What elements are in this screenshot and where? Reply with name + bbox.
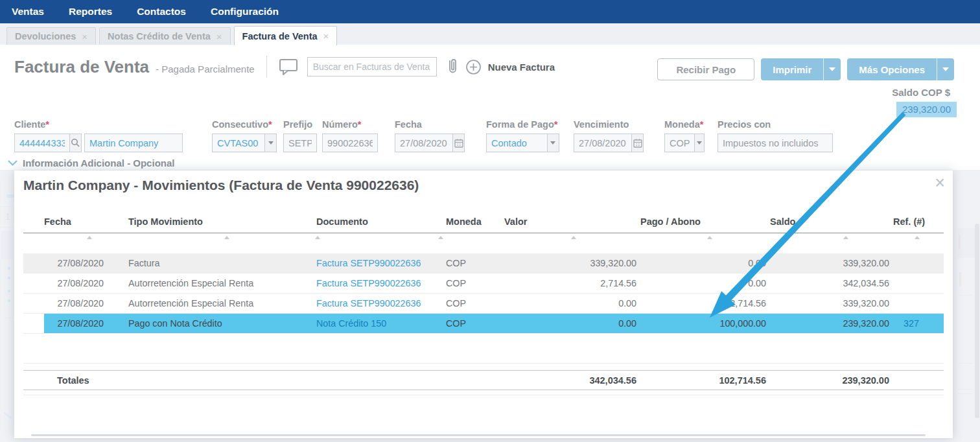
table-header-row: Fecha Tipo Movimiento Documento Moneda V… xyxy=(23,214,944,233)
calendar-icon[interactable] xyxy=(631,134,643,152)
field-cliente: Cliente* xyxy=(14,119,183,152)
paperclip-icon[interactable] xyxy=(446,58,459,76)
totals-valor: 342,034.56 xyxy=(504,371,640,390)
comment-icon[interactable] xyxy=(279,58,298,76)
ref-link[interactable]: 327 xyxy=(904,318,919,329)
cell-tipo: Factura xyxy=(128,253,316,273)
cell-valor: 0.00 xyxy=(504,314,640,334)
movements-table: Fecha Tipo Movimiento Documento Moneda V… xyxy=(23,214,944,395)
sort-arrow-icon[interactable] xyxy=(87,236,92,239)
cell-ref xyxy=(893,253,944,273)
fecha-field[interactable] xyxy=(395,134,452,152)
col-header-ref[interactable]: Ref. (#) xyxy=(893,214,944,233)
tab-label: Devoluciones xyxy=(15,31,76,41)
close-icon[interactable]: × xyxy=(323,30,329,41)
cliente-name-field[interactable] xyxy=(85,134,182,152)
col-header-fecha[interactable]: Fecha xyxy=(44,214,128,233)
modal-title: Martin Company - Movimientos (Factura de… xyxy=(23,170,944,193)
column-sort-handles xyxy=(23,236,944,240)
calendar-icon[interactable] xyxy=(452,134,464,152)
field-prefijo: Prefijo xyxy=(283,119,317,152)
print-button[interactable]: Imprimir xyxy=(761,58,841,80)
field-vencimiento: Vencimiento xyxy=(574,119,644,152)
cell-ref xyxy=(893,273,944,294)
precios-field[interactable] xyxy=(718,134,832,152)
table-row[interactable]: 27/08/2020 Factura Factura SETP990022636… xyxy=(23,253,944,273)
prefijo-label: Prefijo xyxy=(283,119,312,130)
nav-item-ventas[interactable]: Ventas xyxy=(12,6,44,17)
search-icon[interactable] xyxy=(69,134,81,152)
nav-item-reportes[interactable]: Reportes xyxy=(69,6,112,17)
document-link[interactable]: Factura SETP990022636 xyxy=(316,258,421,268)
more-options-button[interactable]: Más Opciones xyxy=(847,58,954,80)
sort-arrow-icon[interactable] xyxy=(571,236,576,239)
sort-arrow-icon[interactable] xyxy=(315,236,320,239)
horizontal-scrollbar[interactable] xyxy=(31,434,926,436)
moneda-select[interactable] xyxy=(665,134,694,152)
close-icon[interactable]: × xyxy=(216,31,222,42)
additional-info-section-toggle[interactable]: Información Adicional - Opcional xyxy=(8,157,174,169)
chevron-down-icon[interactable] xyxy=(694,134,704,152)
sort-arrow-icon[interactable] xyxy=(438,236,443,239)
invoice-form: Cliente* Consecutivo* Prefijo Número* xyxy=(14,119,833,152)
cliente-label: Cliente xyxy=(14,119,45,130)
page-header: Factura de Venta - Pagada Parcialmente N… xyxy=(14,56,555,78)
search-input[interactable] xyxy=(307,57,437,76)
cell-tipo: Pago con Nota Crédito xyxy=(128,314,316,334)
close-icon[interactable]: × xyxy=(935,174,945,192)
cell-saldo: 339,320.00 xyxy=(770,294,893,314)
divider xyxy=(266,56,267,78)
chevron-down-icon[interactable] xyxy=(264,134,276,152)
prefijo-field[interactable] xyxy=(284,134,316,152)
cell-saldo: 339,320.00 xyxy=(770,253,893,273)
cliente-id-field[interactable] xyxy=(15,134,69,152)
field-consecutivo: Consecutivo* xyxy=(212,119,277,152)
chevron-down-icon[interactable] xyxy=(547,134,559,152)
close-icon[interactable]: × xyxy=(82,31,88,42)
add-invoice-icon[interactable] xyxy=(465,59,482,75)
sort-arrow-icon[interactable] xyxy=(224,236,229,239)
col-header-saldo[interactable]: Saldo xyxy=(770,214,893,233)
col-header-documento[interactable]: Documento xyxy=(316,214,446,233)
more-options-dropdown-button[interactable] xyxy=(937,58,954,80)
cell-moneda: COP xyxy=(446,294,504,314)
sort-arrow-icon[interactable] xyxy=(707,236,712,239)
vertical-scrollbar[interactable] xyxy=(975,224,979,418)
totals-pago: 102,714.56 xyxy=(640,371,770,390)
numero-field[interactable] xyxy=(323,134,377,152)
field-fecha: Fecha xyxy=(395,119,465,152)
col-header-pago-abono[interactable]: Pago / Abono xyxy=(640,214,770,233)
print-dropdown-button[interactable] xyxy=(823,58,841,80)
table-row[interactable]: 27/08/2020 Autorretención Especial Renta… xyxy=(23,294,944,314)
receive-payment-button[interactable]: Recibir Pago xyxy=(657,58,754,80)
tab-devoluciones[interactable]: Devoluciones × xyxy=(6,27,96,45)
document-link[interactable]: Factura SETP990022636 xyxy=(316,298,421,308)
table-row-highlighted[interactable]: 27/08/2020 Pago con Nota Crédito Nota Cr… xyxy=(23,314,944,334)
nav-item-configuracion[interactable]: Configuración xyxy=(211,6,279,17)
field-moneda: Moneda* xyxy=(664,119,705,152)
forma-pago-select[interactable] xyxy=(487,134,547,152)
col-header-tipo-movimiento[interactable]: Tipo Movimiento xyxy=(128,214,316,233)
section-title: Información Adicional - Opcional xyxy=(23,157,174,169)
vencimiento-field[interactable] xyxy=(574,134,631,152)
nav-item-contactos[interactable]: Contactos xyxy=(137,6,186,17)
consecutivo-label: Consecutivo xyxy=(212,119,268,130)
tab-factura-de-venta[interactable]: Factura de Venta × xyxy=(234,26,338,45)
table-row[interactable]: 27/08/2020 Autorretención Especial Renta… xyxy=(23,273,944,294)
tab-notas-credito-de-venta[interactable]: Notas Crédito de Venta × xyxy=(99,27,231,45)
document-link[interactable]: Nota Crédito 150 xyxy=(316,318,386,329)
sort-arrow-icon[interactable] xyxy=(915,236,920,239)
sort-arrow-icon[interactable] xyxy=(843,236,848,239)
consecutivo-select[interactable] xyxy=(213,134,264,152)
document-link[interactable]: Factura SETP990022636 xyxy=(316,278,421,288)
print-button-label: Imprimir xyxy=(761,58,823,80)
tab-bar: Devoluciones × Notas Crédito de Venta × … xyxy=(0,23,980,45)
cell-fecha: 27/08/2020 xyxy=(44,253,128,273)
new-invoice-button[interactable]: Nueva Factura xyxy=(488,62,555,73)
col-header-moneda[interactable]: Moneda xyxy=(446,214,504,233)
status-badge: - Pagada Parcialmente xyxy=(156,64,255,75)
cell-valor: 339,320.00 xyxy=(504,253,640,273)
col-header-valor[interactable]: Valor xyxy=(504,214,640,233)
field-forma-de-pago: Forma de Pago* xyxy=(486,119,559,152)
precios-label: Precios con xyxy=(718,119,771,130)
